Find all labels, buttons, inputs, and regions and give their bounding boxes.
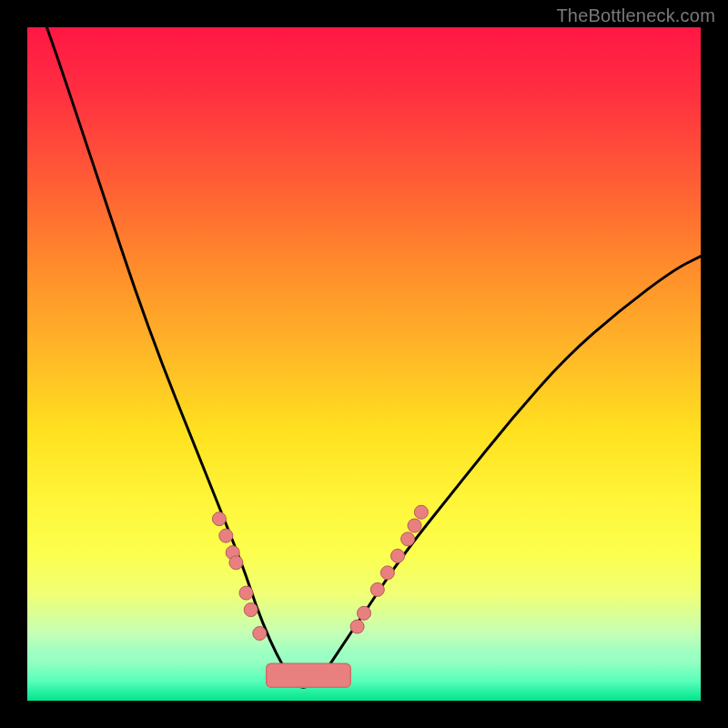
left-branch-dots bbox=[212, 512, 266, 641]
data-point bbox=[253, 627, 267, 641]
data-point bbox=[380, 566, 394, 580]
data-point bbox=[358, 606, 371, 620]
right-branch-dots bbox=[350, 505, 428, 633]
chart-svg bbox=[27, 27, 701, 701]
data-point bbox=[391, 549, 405, 562]
data-point bbox=[239, 586, 253, 600]
bottleneck-curve bbox=[27, 27, 701, 687]
data-point bbox=[370, 582, 384, 596]
data-point bbox=[244, 603, 258, 617]
data-point bbox=[414, 505, 428, 519]
watermark-text: TheBottleneck.com bbox=[556, 5, 715, 26]
data-point bbox=[350, 620, 364, 633]
data-point bbox=[219, 529, 233, 542]
data-point bbox=[229, 556, 243, 570]
plot-area bbox=[27, 27, 701, 701]
data-point bbox=[212, 512, 226, 526]
chart-frame: TheBottleneck.com bbox=[0, 0, 728, 728]
data-point bbox=[401, 532, 415, 546]
data-point bbox=[408, 519, 421, 532]
optimal-range-bar bbox=[267, 663, 351, 687]
